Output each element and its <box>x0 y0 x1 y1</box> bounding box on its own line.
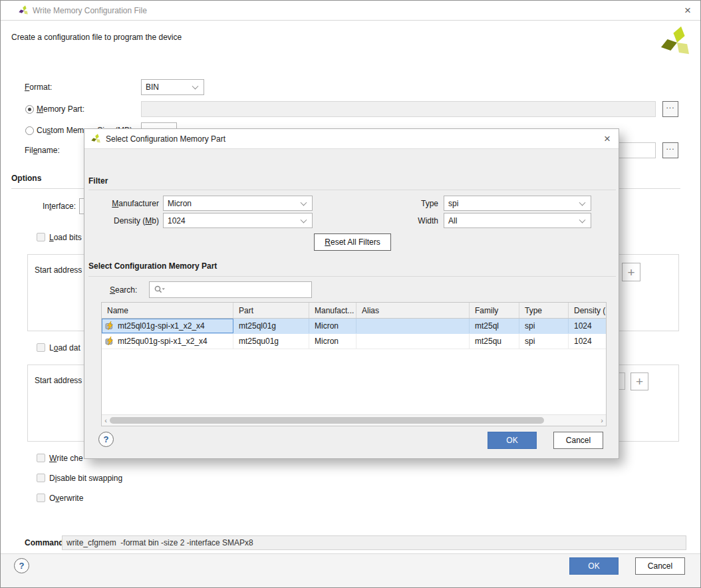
memory-part-browse-button[interactable]: ... <box>662 101 678 117</box>
manufacturer-cell: Micron <box>309 319 356 333</box>
density-dropdown[interactable]: 1024 <box>163 213 313 228</box>
family-cell: mt25ql <box>470 319 519 333</box>
manufacturer-cell: Micron <box>309 334 356 349</box>
vivado-logo-icon <box>91 134 102 146</box>
type-label: Type <box>398 196 438 211</box>
select-part-header: Select Configuration Memory Part <box>88 261 217 271</box>
column-header-manufacturer[interactable]: Manufact... <box>309 303 356 318</box>
command-field: write_cfgmem -format bin -size 2 -interf… <box>62 535 686 550</box>
table-header-row: Name Part Manufact... Alias Family Type … <box>102 303 606 319</box>
chevron-down-icon <box>579 216 586 223</box>
command-label: Command: <box>25 535 67 550</box>
type-dropdown[interactable]: spi <box>444 196 591 211</box>
scrollbar-thumb[interactable] <box>110 417 544 424</box>
search-label: Search: <box>110 281 137 298</box>
xilinx-logo <box>660 26 694 61</box>
load-bitstream-label: Load bits <box>49 231 82 243</box>
width-label: Width <box>398 213 438 228</box>
density-cell: 1024 <box>569 319 606 333</box>
scroll-right-arrow[interactable]: › <box>598 415 606 426</box>
modal-title: Select Configuration Memory Part <box>106 134 225 144</box>
column-header-family[interactable]: Family <box>470 303 519 318</box>
column-header-part[interactable]: Part <box>233 303 309 318</box>
filename-label: Filename: <box>25 142 60 158</box>
filter-divider <box>88 190 616 190</box>
horizontal-scrollbar[interactable]: ‹ › <box>102 414 606 426</box>
column-header-density[interactable]: Density (.. <box>569 303 606 318</box>
column-header-type[interactable]: Type <box>519 303 569 318</box>
search-icon <box>154 285 166 295</box>
width-value: All <box>448 216 457 225</box>
write-checksum-label: Write che <box>49 452 83 464</box>
part-cell: mt25qu01g <box>233 334 309 349</box>
alias-cell <box>356 334 470 349</box>
filename-browse-button[interactable]: ... <box>662 142 678 158</box>
modal-title-bar: Select Configuration Memory Part <box>84 129 619 149</box>
load-bitstream-checkbox[interactable] <box>37 233 45 241</box>
memory-part-field <box>141 101 656 117</box>
format-label: Format: <box>25 79 52 95</box>
chevron-down-icon <box>579 199 586 206</box>
interface-label: Interface: <box>27 198 76 214</box>
width-dropdown[interactable]: All <box>444 213 591 228</box>
options-header: Options <box>11 173 41 184</box>
start-address-label: Start address <box>35 264 82 276</box>
type-cell: spi <box>519 334 569 349</box>
main-help-button[interactable]: ? <box>14 558 29 573</box>
chevron-down-icon <box>192 83 199 90</box>
add-bitstream-file-button[interactable]: + <box>622 263 640 281</box>
scroll-left-arrow[interactable]: ‹ <box>102 415 110 426</box>
column-header-alias[interactable]: Alias <box>356 303 470 318</box>
table-row[interactable]: mt25ql01g-spi-x1_x2_x4 mt25ql01g Micron … <box>102 319 606 334</box>
modal-ok-button[interactable]: OK <box>488 432 537 449</box>
select-part-divider <box>88 276 616 277</box>
part-name: mt25ql01g-spi-x1_x2_x4 <box>118 321 205 331</box>
table-row[interactable]: mt25qu01g-spi-x1_x2_x4 mt25qu01g Micron … <box>102 334 606 349</box>
format-dropdown[interactable]: BIN <box>141 79 204 95</box>
modal-close-button[interactable]: × <box>596 129 619 149</box>
family-cell: mt25qu <box>470 334 519 349</box>
part-name-cell[interactable]: mt25qu01g-spi-x1_x2_x4 <box>102 334 233 349</box>
main-close-button[interactable]: × <box>676 1 699 21</box>
overwrite-label: Overwrite <box>49 492 83 504</box>
disable-bit-swapping-checkbox[interactable] <box>37 474 45 482</box>
density-cell: 1024 <box>569 334 606 349</box>
write-memory-configuration-dialog: Write Memory Configuration File × Create… <box>0 0 701 588</box>
modal-cancel-button[interactable]: Cancel <box>553 432 603 449</box>
footer-divider <box>1 553 701 554</box>
load-data-checkbox[interactable] <box>37 343 45 352</box>
part-name-cell[interactable]: mt25ql01g-spi-x1_x2_x4 <box>102 319 233 333</box>
main-ok-button[interactable]: OK <box>569 557 619 575</box>
vivado-logo-icon <box>19 5 29 18</box>
modal-help-button[interactable]: ? <box>98 432 114 447</box>
add-data-file-button[interactable]: + <box>631 372 648 390</box>
search-input[interactable] <box>149 281 312 298</box>
main-dialog-title: Write Memory Configuration File <box>33 6 147 15</box>
dialog-subtitle: Create a configuration file to program t… <box>11 32 182 43</box>
alias-cell <box>356 319 470 333</box>
memory-chip-icon <box>105 337 114 346</box>
type-cell: spi <box>519 319 569 333</box>
column-header-name[interactable]: Name <box>102 303 233 318</box>
load-data-label: Load dat <box>49 341 80 354</box>
memory-part-table: Name Part Manufact... Alias Family Type … <box>101 302 607 426</box>
reset-all-filters-button[interactable]: Reset All Filters <box>314 233 391 251</box>
density-value: 1024 <box>168 216 186 225</box>
manufacturer-value: Micron <box>168 199 192 208</box>
filter-header: Filter <box>88 176 108 186</box>
start-address-label: Start address <box>35 374 82 386</box>
main-cancel-button[interactable]: Cancel <box>635 557 685 575</box>
manufacturer-dropdown[interactable]: Micron <box>163 196 313 211</box>
overwrite-checkbox[interactable] <box>37 494 45 502</box>
density-label: Density (Mb) <box>98 213 159 228</box>
part-cell: mt25ql01g <box>233 319 309 333</box>
part-name: mt25qu01g-spi-x1_x2_x4 <box>118 337 208 346</box>
write-checksum-checkbox[interactable] <box>37 454 45 462</box>
chevron-down-icon <box>301 216 307 223</box>
memory-part-label: Memory Part: <box>37 101 84 117</box>
disable-bit-swapping-label: Disable bit swapping <box>49 472 122 484</box>
custom-memory-radio[interactable] <box>25 126 34 135</box>
chevron-down-icon <box>301 199 307 206</box>
memory-part-radio[interactable] <box>25 105 34 114</box>
type-value: spi <box>448 199 458 208</box>
